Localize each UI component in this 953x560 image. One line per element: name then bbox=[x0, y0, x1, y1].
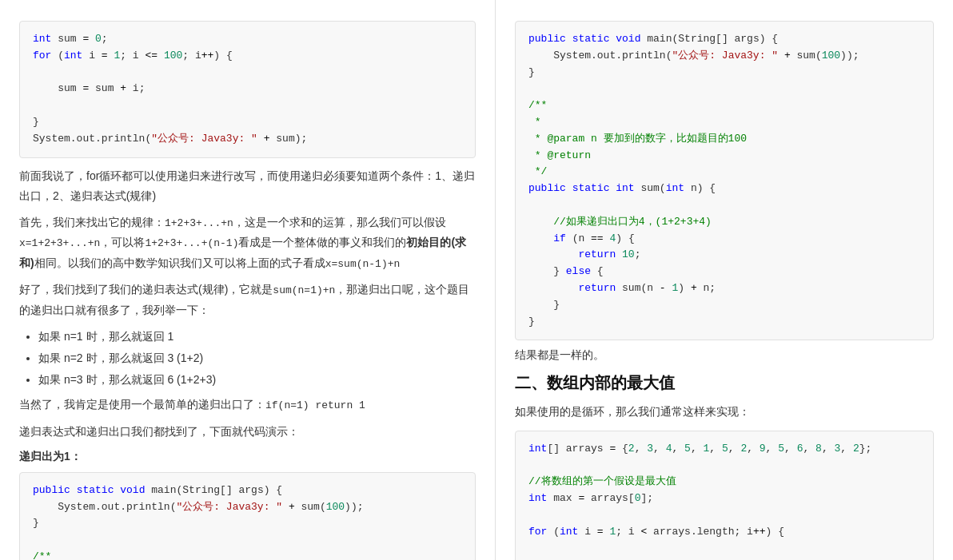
prose-text-4: 当然了，我肯定是使用一个最简单的递归出口了：if(n=1) return 1 bbox=[19, 395, 476, 415]
section-title-array: 二、数组内部的最大值 bbox=[515, 372, 934, 394]
list-item-2: 如果 n=2 时，那么就返回 3 (1+2) bbox=[38, 348, 476, 368]
right-panel: public static void main(String[] args) {… bbox=[496, 0, 953, 560]
prose-text-3: 好了，我们找到了我们的递归表达式(规律)，它就是sum(n=1)+n，那递归出口… bbox=[19, 280, 476, 320]
code-block-sum-loop: int sum = 0; for (int i = 1; i <= 100; i… bbox=[19, 21, 476, 158]
bullet-list: 如果 n=1 时，那么就返回 1 如果 n=2 时，那么就返回 3 (1+2) … bbox=[38, 327, 476, 391]
list-item-3: 如果 n=3 时，那么就返回 6 (1+2+3) bbox=[38, 370, 476, 390]
code-block-right-top: public static void main(String[] args) {… bbox=[515, 21, 934, 340]
prose-section-2: 当然了，我肯定是使用一个最简单的递归出口了：if(n=1) return 1 递… bbox=[19, 395, 476, 442]
section-title-text: 二、数组内部的最大值 bbox=[515, 372, 675, 394]
list-item-1: 如果 n=1 时，那么就返回 1 bbox=[38, 327, 476, 347]
prose-text-2: 首先，我们来找出它的规律：1+2+3+...+n，这是一个求和的运算，那么我们可… bbox=[19, 212, 476, 273]
prose-text-5: 递归表达式和递归出口我们都找到了，下面就代码演示： bbox=[19, 422, 476, 442]
code-block-sum-recursive: public static void main(String[] args) {… bbox=[19, 472, 476, 560]
left-panel: int sum = 0; for (int i = 1; i <= 100; i… bbox=[0, 0, 496, 560]
prose-section-1: 前面我说了，for循环都可以使用递归来进行改写，而使用递归必须要知道两个条件：1… bbox=[19, 166, 476, 320]
label-recursion-1: 递归出为1： bbox=[19, 450, 476, 464]
prose-array-intro: 如果使用的是循环，那么我们通常这样来实现： bbox=[515, 402, 934, 422]
result-text: 结果都是一样的。 bbox=[515, 348, 934, 363]
prose-text-1: 前面我说了，for循环都可以使用递归来进行改写，而使用递归必须要知道两个条件：1… bbox=[19, 166, 476, 206]
code-block-array: int[] arrays = {2, 3, 4, 5, 1, 5, 2, 9, … bbox=[515, 431, 934, 560]
